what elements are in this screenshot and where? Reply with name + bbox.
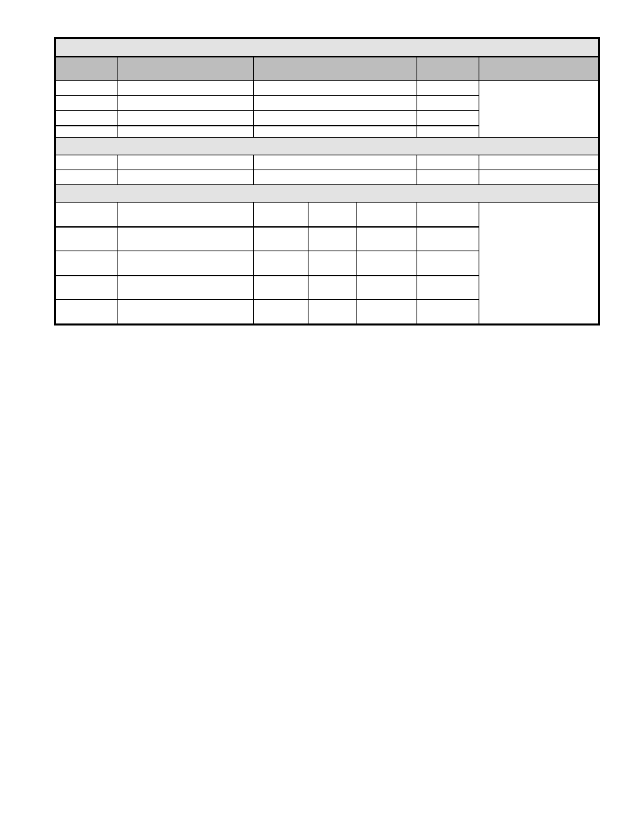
cell xyxy=(254,81,417,96)
cell xyxy=(254,227,308,251)
cell xyxy=(118,111,254,126)
cell-merged xyxy=(479,81,599,138)
cell xyxy=(56,276,118,300)
cell xyxy=(417,155,479,170)
cell xyxy=(308,251,356,276)
table-title-row xyxy=(56,39,599,57)
cell xyxy=(56,170,118,185)
cell xyxy=(118,126,254,138)
cell xyxy=(254,155,417,170)
table-row xyxy=(56,170,599,185)
cell xyxy=(56,155,118,170)
cell xyxy=(357,300,417,324)
header-col-3 xyxy=(254,57,417,81)
table-row xyxy=(56,155,599,170)
header-col-1 xyxy=(56,57,118,81)
header-col-5 xyxy=(479,57,599,81)
cell xyxy=(417,251,479,276)
cell xyxy=(254,96,417,111)
cell xyxy=(254,170,417,185)
table-row xyxy=(56,203,599,227)
cell xyxy=(417,126,479,138)
cell xyxy=(308,227,356,251)
cell xyxy=(56,96,118,111)
cell xyxy=(357,276,417,300)
cell xyxy=(118,276,254,300)
section-header-row xyxy=(56,138,599,155)
cell xyxy=(56,81,118,96)
cell xyxy=(56,203,118,227)
cell xyxy=(417,111,479,126)
cell xyxy=(118,251,254,276)
data-table xyxy=(55,38,599,324)
cell xyxy=(56,300,118,324)
cell xyxy=(254,300,308,324)
cell xyxy=(417,96,479,111)
cell xyxy=(308,203,356,227)
section-title xyxy=(56,138,599,155)
cell-merged xyxy=(479,203,599,324)
cell xyxy=(254,126,417,138)
header-col-2 xyxy=(118,57,254,81)
header-col-4 xyxy=(417,57,479,81)
section-header-row xyxy=(56,185,599,203)
cell xyxy=(118,81,254,96)
cell xyxy=(308,300,356,324)
cell xyxy=(357,251,417,276)
cell xyxy=(417,227,479,251)
cell xyxy=(417,81,479,96)
cell xyxy=(357,227,417,251)
cell xyxy=(118,300,254,324)
cell xyxy=(254,111,417,126)
cell xyxy=(56,251,118,276)
cell xyxy=(56,126,118,138)
table-header-row xyxy=(56,57,599,81)
cell xyxy=(357,203,417,227)
cell xyxy=(417,203,479,227)
cell xyxy=(254,203,308,227)
cell xyxy=(118,96,254,111)
cell xyxy=(118,155,254,170)
cell xyxy=(417,276,479,300)
cell xyxy=(254,251,308,276)
cell xyxy=(56,227,118,251)
section-title xyxy=(56,185,599,203)
cell xyxy=(118,227,254,251)
cell xyxy=(56,111,118,126)
cell xyxy=(254,276,308,300)
cell xyxy=(118,170,254,185)
cell xyxy=(417,300,479,324)
table-title xyxy=(56,39,599,57)
cell xyxy=(308,276,356,300)
cell xyxy=(479,155,599,170)
cell xyxy=(118,203,254,227)
cell xyxy=(417,170,479,185)
cell xyxy=(479,170,599,185)
table-row xyxy=(56,81,599,96)
